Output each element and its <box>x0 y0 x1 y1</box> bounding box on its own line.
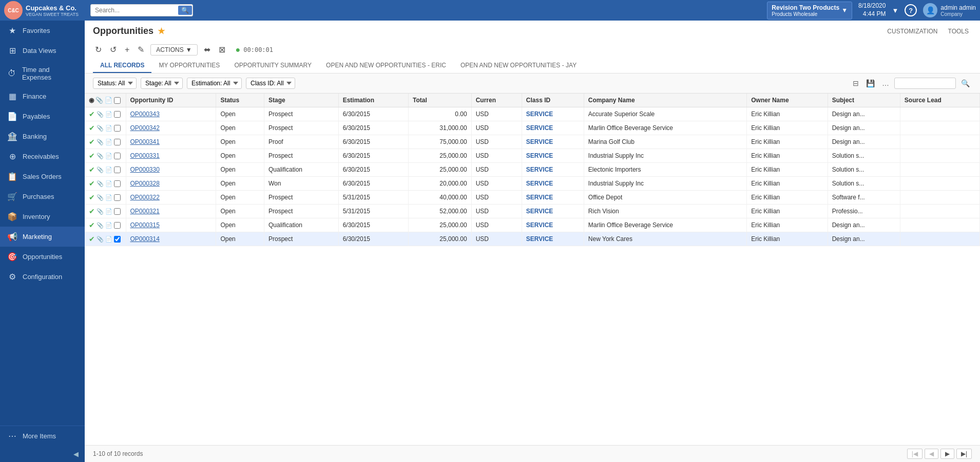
stage-filter[interactable]: Stage: All <box>141 78 183 89</box>
add-button[interactable]: + <box>123 44 131 56</box>
row-subject: Software f... <box>828 191 900 205</box>
sidebar-item-configuration[interactable]: ⚙ Configuration <box>0 267 85 287</box>
first-page-button[interactable]: |◀ <box>907 449 923 459</box>
datetime-dropdown-icon[interactable]: ▼ <box>892 7 898 14</box>
col-company[interactable]: Company Name <box>584 94 746 107</box>
sidebar-collapse-button[interactable]: ◀ <box>0 446 85 462</box>
fit-columns-button[interactable]: ⬌ <box>202 44 213 56</box>
row-class-id[interactable]: SERVICE <box>522 163 584 177</box>
row-source-lead <box>900 177 979 191</box>
class-id-filter[interactable]: Class ID: All <box>246 78 295 89</box>
row-company: Marlin Office Beverage Service <box>584 121 746 135</box>
row-stage: Qualification <box>264 163 338 177</box>
col-source-lead[interactable]: Source Lead <box>900 94 979 107</box>
tab-opportunity-summary[interactable]: OPPORTUNITY SUMMARY <box>227 59 319 73</box>
filter-search-input[interactable] <box>894 78 956 89</box>
sidebar-item-banking[interactable]: 🏦 Banking <box>0 126 85 146</box>
row-opportunity-id[interactable]: OP000321 <box>126 205 216 218</box>
more-filter-button[interactable]: … <box>880 78 891 88</box>
col-stage[interactable]: Stage <box>264 94 338 107</box>
row-checkbox[interactable] <box>114 139 121 145</box>
sidebar-item-marketing[interactable]: 📢 Marketing <box>0 227 85 247</box>
row-opportunity-id[interactable]: OP000328 <box>126 177 216 191</box>
sidebar-item-opportunities[interactable]: 🎯 Opportunities <box>0 247 85 267</box>
row-subject: Design an... <box>828 107 900 121</box>
row-class-id[interactable]: SERVICE <box>522 177 584 191</box>
tab-open-jay[interactable]: OPEN AND NEW OPPORTUNITIES - JAY <box>453 59 584 73</box>
search-input[interactable] <box>90 4 193 16</box>
col-estimation[interactable]: Estimation <box>338 94 408 107</box>
edit-button[interactable]: ✎ <box>136 44 146 56</box>
row-source-lead <box>900 218 979 232</box>
col-owner[interactable]: Owner Name <box>747 94 828 107</box>
filter-button[interactable]: ⊟ <box>851 78 861 88</box>
status-filter[interactable]: Status: All <box>93 78 137 89</box>
row-checkbox[interactable] <box>114 208 121 215</box>
svg-text:C&C: C&C <box>8 8 19 13</box>
tab-open-eric[interactable]: OPEN AND NEW OPPORTUNITIES - ERIC <box>319 59 453 73</box>
row-class-id[interactable]: SERVICE <box>522 121 584 135</box>
row-class-id[interactable]: SERVICE <box>522 149 584 163</box>
row-class-id[interactable]: SERVICE <box>522 135 584 149</box>
sidebar-item-finance[interactable]: ▦ Finance <box>0 86 85 106</box>
sidebar-item-data-views[interactable]: ⊞ Data Views <box>0 41 85 61</box>
sidebar-item-sales-orders[interactable]: 📋 Sales Orders <box>0 167 85 187</box>
sidebar-item-favorites[interactable]: ★ Favorites <box>0 21 85 41</box>
row-opportunity-id[interactable]: OP000330 <box>126 163 216 177</box>
row-checkbox[interactable] <box>114 194 121 201</box>
sidebar-item-payables[interactable]: 📄 Payables <box>0 106 85 126</box>
export-button[interactable]: ⊠ <box>217 44 227 56</box>
last-page-button[interactable]: ▶| <box>956 449 972 459</box>
row-opportunity-id[interactable]: OP000341 <box>126 135 216 149</box>
actions-button[interactable]: ACTIONS ▼ <box>150 44 197 56</box>
row-checkbox[interactable] <box>114 180 121 187</box>
row-opportunity-id[interactable]: OP000315 <box>126 218 216 232</box>
refresh-button[interactable]: ↻ <box>93 44 104 56</box>
date-text: 8/18/2020 <box>858 2 886 10</box>
favorite-star-icon[interactable]: ★ <box>158 26 165 36</box>
row-checkbox[interactable] <box>114 111 121 118</box>
help-button[interactable]: ? <box>905 4 917 16</box>
col-subject[interactable]: Subject <box>828 94 900 107</box>
col-total[interactable]: Total <box>409 94 472 107</box>
col-status[interactable]: Status <box>216 94 264 107</box>
filter-search-button[interactable]: 🔍 <box>959 78 972 88</box>
row-opportunity-id[interactable]: OP000331 <box>126 149 216 163</box>
row-class-id[interactable]: SERVICE <box>522 205 584 218</box>
row-checkbox[interactable] <box>114 167 121 173</box>
search-button[interactable]: 🔍 <box>178 6 192 15</box>
row-checkbox[interactable] <box>114 153 121 159</box>
estimation-filter[interactable]: Estimation: All <box>187 78 242 89</box>
col-class-id[interactable]: Class ID <box>522 94 584 107</box>
select-all-checkbox[interactable] <box>114 97 121 104</box>
customization-button[interactable]: CUSTOMIZATION <box>884 27 940 36</box>
branch-selector[interactable]: Revision Two Products Products Wholesale… <box>767 2 852 20</box>
row-class-id[interactable]: SERVICE <box>522 232 584 246</box>
row-checkbox[interactable] <box>114 236 121 243</box>
sidebar-item-more[interactable]: ⋯ More Items <box>0 426 85 446</box>
row-opportunity-id[interactable]: OP000343 <box>126 107 216 121</box>
sidebar-item-receivables[interactable]: ⊕ Receivables <box>0 146 85 167</box>
tab-all-records[interactable]: ALL RECORDS <box>93 59 151 73</box>
undo-button[interactable]: ↺ <box>108 44 119 56</box>
sidebar-item-purchases[interactable]: 🛒 Purchases <box>0 187 85 207</box>
row-class-id[interactable]: SERVICE <box>522 191 584 205</box>
col-currency[interactable]: Curren <box>471 94 522 107</box>
user-area[interactable]: 👤 admin admin Company <box>923 3 976 17</box>
tab-my-opportunities[interactable]: MY OPPORTUNITIES <box>151 59 227 73</box>
row-opportunity-id[interactable]: OP000314 <box>126 232 216 246</box>
row-checkbox[interactable] <box>114 125 121 132</box>
next-page-button[interactable]: ▶ <box>940 449 954 459</box>
row-attach-icon: 📎 <box>97 167 104 173</box>
row-class-id[interactable]: SERVICE <box>522 218 584 232</box>
sidebar-item-time-expenses[interactable]: ⏱ Time and Expenses <box>0 61 85 86</box>
save-filter-button[interactable]: 💾 <box>864 78 877 88</box>
row-class-id[interactable]: SERVICE <box>522 107 584 121</box>
row-checkbox[interactable] <box>114 222 121 229</box>
prev-page-button[interactable]: ◀ <box>925 449 938 459</box>
tools-button[interactable]: TOOLS <box>945 27 972 36</box>
col-opportunity-id[interactable]: Opportunity ID <box>126 94 216 107</box>
row-opportunity-id[interactable]: OP000342 <box>126 121 216 135</box>
sidebar-item-inventory[interactable]: 📦 Inventory <box>0 207 85 227</box>
row-opportunity-id[interactable]: OP000322 <box>126 191 216 205</box>
